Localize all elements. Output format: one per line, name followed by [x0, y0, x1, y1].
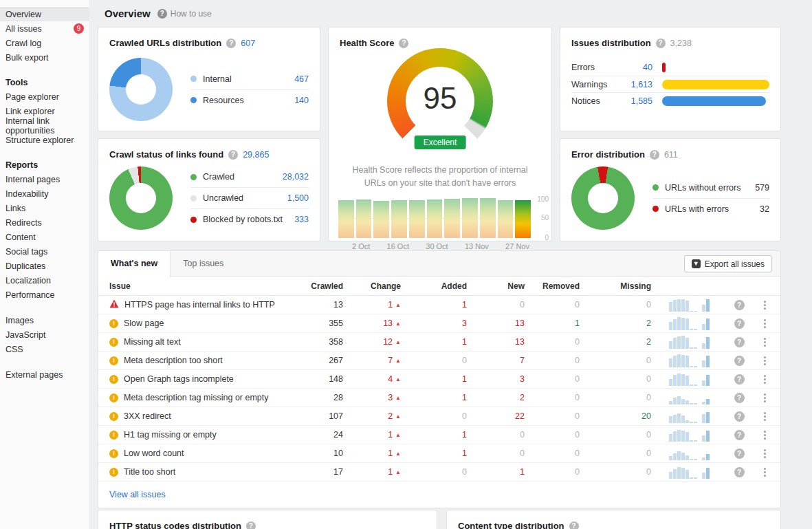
sidebar-item-css[interactable]: CSS	[0, 342, 89, 356]
sidebar-item-overview[interactable]: Overview	[0, 7, 89, 21]
legend-dot	[190, 97, 197, 103]
view-all-issues-link[interactable]: View all issues	[98, 482, 780, 508]
help-icon[interactable]: ?	[734, 449, 745, 459]
row-menu-button[interactable]	[762, 354, 768, 367]
legend-label: Blocked by robots.txt	[203, 215, 294, 224]
tab-top-issues[interactable]: Top issues	[171, 251, 236, 276]
help-icon[interactable]: ?	[734, 319, 745, 329]
issue-name-cell[interactable]: !Meta description too short	[109, 356, 294, 365]
sidebar-group: ImagesJavaScriptCSS	[0, 313, 89, 356]
sidebar-item-content[interactable]: Content	[0, 230, 89, 244]
issue-name-cell[interactable]: HTTPS page has internal links to HTTP	[109, 299, 294, 310]
row-menu-button[interactable]	[762, 447, 768, 460]
help-icon[interactable]: ?	[226, 39, 236, 48]
sidebar-item-internal-pages[interactable]: Internal pages	[0, 172, 89, 186]
distribution-bar	[662, 63, 666, 72]
x-tick: 30 Oct	[426, 242, 448, 250]
sidebar-item-external-pages[interactable]: External pages	[0, 367, 89, 382]
how-to-use-link[interactable]: ? How to use	[157, 9, 212, 19]
sidebar-item-links[interactable]: Links	[0, 201, 89, 215]
help-icon[interactable]: ?	[734, 356, 745, 366]
issue-name-cell[interactable]: !3XX redirect	[109, 411, 294, 421]
distribution-bar-track	[662, 96, 769, 106]
sparkline-bar	[681, 336, 685, 349]
sidebar-item-label: Bulk export	[6, 53, 49, 63]
change-value: 1▲	[343, 300, 401, 310]
distribution-value-link[interactable]: 1,585	[619, 96, 652, 106]
help-icon[interactable]: ?	[246, 521, 256, 529]
help-icon[interactable]: ?	[399, 39, 408, 48]
col-new: New	[467, 281, 525, 291]
sidebar-item-indexability[interactable]: Indexability	[0, 186, 89, 201]
sidebar-item-crawl-log[interactable]: Crawl log	[0, 36, 89, 50]
issue-name-cell[interactable]: !Open Graph tags incomplete	[109, 374, 294, 384]
row-menu-button[interactable]	[762, 373, 768, 386]
crawl-status-total-link[interactable]: 29,865	[243, 150, 269, 160]
sidebar-group: ToolsPage explorerLink explorerInternal …	[0, 76, 89, 147]
sidebar-item-images[interactable]: Images	[0, 313, 89, 327]
row-menu-button[interactable]	[762, 317, 768, 330]
legend-value[interactable]: 333	[294, 215, 309, 224]
crawled-urls-total-link[interactable]: 607	[241, 39, 255, 48]
distribution-value-link[interactable]: 1,613	[619, 80, 652, 89]
row-menu-button[interactable]	[762, 299, 768, 312]
help-icon[interactable]: ?	[650, 150, 659, 160]
sparkline-bar	[706, 468, 710, 479]
legend-dot	[652, 184, 659, 191]
removed-value: 0	[525, 467, 580, 477]
sidebar-item-performance[interactable]: Performance	[0, 288, 89, 302]
sparkline-bar	[669, 472, 672, 479]
distribution-value-link[interactable]: 40	[619, 63, 652, 72]
sidebar-item-internal-link-opportunities[interactable]: Internal link opportunities	[0, 118, 89, 133]
help-icon[interactable]: ?	[734, 300, 745, 310]
site-audit-overview-page: OverviewAll issues9Crawl logBulk exportT…	[0, 0, 812, 529]
row-menu-button[interactable]	[762, 466, 768, 479]
help-icon[interactable]: ?	[734, 393, 745, 403]
sidebar-item-redirects[interactable]: Redirects	[0, 215, 89, 230]
help-cell: ?	[725, 430, 753, 440]
sparkline-bar	[673, 356, 677, 367]
help-icon[interactable]: ?	[734, 374, 745, 385]
issue-name-cell[interactable]: !Meta description tag missing or empty	[109, 393, 294, 402]
sparkline-bar	[694, 385, 697, 386]
help-cell: ?	[725, 337, 753, 347]
legend-value[interactable]: 28,032	[283, 172, 309, 182]
sidebar-item-localization[interactable]: Localization	[0, 273, 89, 288]
issue-name-cell[interactable]: !H1 tag missing or empty	[109, 430, 294, 440]
issue-name-cell[interactable]: !Title too short	[109, 467, 294, 477]
help-icon[interactable]: ?	[734, 411, 745, 422]
help-icon[interactable]: ?	[734, 430, 745, 440]
legend-value[interactable]: 140	[294, 96, 309, 105]
sidebar-item-javascript[interactable]: JavaScript	[0, 327, 89, 342]
missing-value: 0	[580, 430, 651, 440]
sidebar-item-social-tags[interactable]: Social tags	[0, 244, 89, 259]
issue-name-cell[interactable]: !Missing alt text	[109, 337, 294, 347]
issue-name-cell[interactable]: !Slow page	[109, 319, 294, 328]
help-icon[interactable]: ?	[656, 39, 666, 48]
sparkline-bar	[706, 412, 710, 423]
change-number: 13	[383, 319, 393, 328]
tab-whats-new[interactable]: What's new	[98, 251, 171, 277]
history-bar	[427, 199, 443, 238]
row-menu-button[interactable]	[762, 410, 768, 423]
help-icon[interactable]: ?	[734, 337, 745, 347]
sidebar-item-label: Content	[6, 233, 36, 242]
help-icon[interactable]: ?	[569, 521, 579, 529]
export-all-issues-button[interactable]: ▼ Export all issues	[684, 255, 772, 272]
help-icon[interactable]: ?	[228, 150, 238, 160]
sidebar-item-page-explorer[interactable]: Page explorer	[0, 89, 89, 104]
legend-value[interactable]: 467	[294, 74, 309, 84]
history-bar	[462, 198, 478, 238]
help-cell: ?	[725, 467, 753, 477]
sidebar-item-all-issues[interactable]: All issues9	[0, 21, 89, 36]
row-menu-button[interactable]	[762, 429, 768, 442]
sidebar-item-duplicates[interactable]: Duplicates	[0, 259, 89, 273]
legend-value[interactable]: 1,500	[287, 193, 309, 203]
row-menu-button[interactable]	[762, 391, 768, 404]
row-menu-button[interactable]	[762, 336, 768, 349]
added-value: 3	[401, 319, 467, 328]
sidebar-item-structure-explorer[interactable]: Structure explorer	[0, 133, 89, 147]
help-icon[interactable]: ?	[734, 467, 745, 477]
issue-name-cell[interactable]: !Low word count	[109, 449, 294, 458]
sidebar-item-bulk-export[interactable]: Bulk export	[0, 50, 89, 65]
